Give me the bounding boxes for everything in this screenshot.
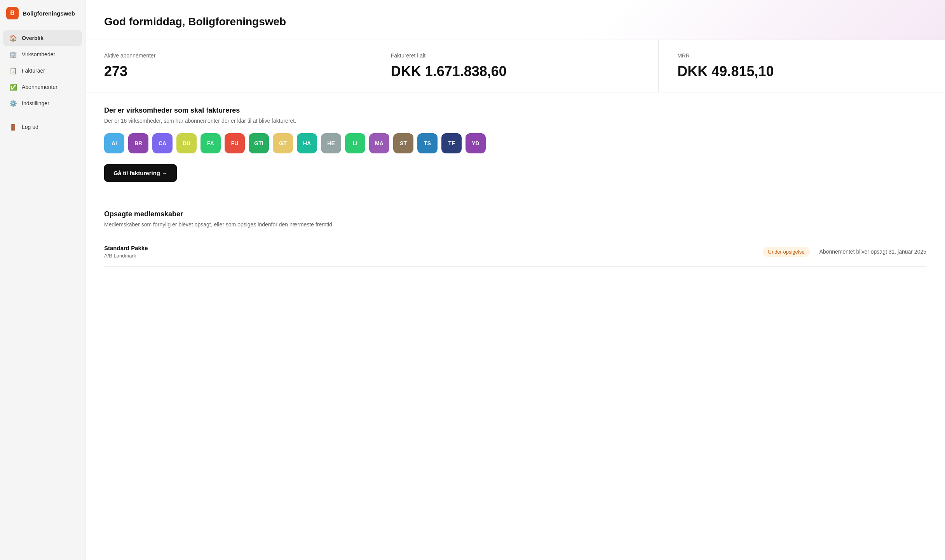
company-badge-he[interactable]: HE xyxy=(321,133,341,153)
cancelled-title: Opsagte medlemskaber xyxy=(104,210,926,218)
company-badge-gt[interactable]: GT xyxy=(273,133,293,153)
stat-mrr: MRR DKK 49.815,10 xyxy=(659,40,945,92)
company-badge-fu[interactable]: FU xyxy=(225,133,245,153)
sidebar-item-label-indstillinger: Indstillinger xyxy=(22,100,49,106)
header-section: God formiddag, Boligforeningsweb xyxy=(85,0,945,40)
overblik-icon: 🏠 xyxy=(9,34,17,42)
company-badge-ca[interactable]: CA xyxy=(152,133,173,153)
sidebar-item-overblik[interactable]: 🏠 Overblik xyxy=(3,30,82,46)
billing-title: Der er virksomheder som skal faktureres xyxy=(104,106,926,115)
membership-name: Standard Pakke xyxy=(104,245,753,251)
membership-row: Standard Pakke A/B Landmark Under opsige… xyxy=(104,237,926,267)
app-logo: B Boligforeningsweb xyxy=(0,0,85,26)
company-badge-ai[interactable]: AI xyxy=(104,133,124,153)
stat-label-1: Faktureret i alt xyxy=(391,52,640,59)
membership-org: A/B Landmark xyxy=(104,253,753,259)
fakturaer-icon: 📋 xyxy=(9,67,17,75)
status-badge: Under opsigelse xyxy=(763,247,810,257)
main-content: God formiddag, Boligforeningsweb Aktive … xyxy=(85,0,945,560)
sidebar: B Boligforeningsweb 🏠 Overblik 🏢 Virksom… xyxy=(0,0,85,560)
membership-date: Abonnementet bliver opsagt 31. januar 20… xyxy=(819,249,926,255)
go-to-billing-button[interactable]: Gå til fakturering → xyxy=(104,164,177,182)
stat-value-0: 273 xyxy=(104,63,353,80)
company-badge-du[interactable]: DU xyxy=(176,133,197,153)
sidebar-item-label-abonnementer: Abonnementer xyxy=(22,84,58,90)
sidebar-item-virksomheder[interactable]: 🏢 Virksomheder xyxy=(3,47,82,62)
cancelled-description: Medlemskaber som fornylig er blevet opsa… xyxy=(104,221,926,228)
app-name: Boligforeningsweb xyxy=(23,10,75,17)
sidebar-item-indstillinger[interactable]: ⚙️ Indstillinger xyxy=(3,96,82,111)
cancelled-section: Opsagte medlemskaber Medlemskaber som fo… xyxy=(85,196,945,281)
company-avatars: AIBRCADUFAFUGTIGTHAHELIMASTTSTFYD xyxy=(104,133,926,153)
stat-active-subscriptions: Aktive abonnementer 273 xyxy=(85,40,372,92)
stat-label-0: Aktive abonnementer xyxy=(104,52,353,59)
stat-label-2: MRR xyxy=(677,52,926,59)
stats-row: Aktive abonnementer 273 Faktureret i alt… xyxy=(85,40,945,92)
stat-value-1: DKK 1.671.838,60 xyxy=(391,63,640,80)
indstillinger-icon: ⚙️ xyxy=(9,99,17,107)
virksomheder-icon: 🏢 xyxy=(9,50,17,58)
page-greeting: God formiddag, Boligforeningsweb xyxy=(104,16,926,28)
company-badge-fa[interactable]: FA xyxy=(201,133,221,153)
sidebar-nav: 🏠 Overblik 🏢 Virksomheder 📋 Fakturaer ✅ … xyxy=(0,26,85,560)
memberships-list: Standard Pakke A/B Landmark Under opsige… xyxy=(104,237,926,267)
company-badge-tf[interactable]: TF xyxy=(441,133,462,153)
logout-label: Log ud xyxy=(22,124,38,130)
company-badge-ma[interactable]: MA xyxy=(369,133,389,153)
company-badge-gti[interactable]: GTI xyxy=(249,133,269,153)
sidebar-item-abonnementer[interactable]: ✅ Abonnementer xyxy=(3,79,82,95)
sidebar-item-fakturaer[interactable]: 📋 Fakturaer xyxy=(3,63,82,78)
billing-description: Der er 16 virksomheder, som har abonneme… xyxy=(104,118,926,124)
sidebar-item-label-virksomheder: Virksomheder xyxy=(22,51,55,57)
logo-icon: B xyxy=(6,7,19,19)
company-badge-st[interactable]: ST xyxy=(393,133,413,153)
sidebar-item-label-fakturaer: Fakturaer xyxy=(22,68,45,74)
billing-section: Der er virksomheder som skal faktureres … xyxy=(85,92,945,196)
logout-icon: 🚪 xyxy=(9,123,17,131)
company-badge-li[interactable]: LI xyxy=(345,133,365,153)
abonnementer-icon: ✅ xyxy=(9,83,17,91)
sidebar-item-label-overblik: Overblik xyxy=(22,35,44,41)
sidebar-divider xyxy=(6,115,79,115)
company-badge-ha[interactable]: HA xyxy=(297,133,317,153)
company-badge-ts[interactable]: TS xyxy=(417,133,438,153)
membership-info: Standard Pakke A/B Landmark xyxy=(104,245,753,259)
company-badge-br[interactable]: BR xyxy=(128,133,148,153)
stat-value-2: DKK 49.815,10 xyxy=(677,63,926,80)
logout-button[interactable]: 🚪 Log ud xyxy=(3,119,82,135)
stat-total-invoiced: Faktureret i alt DKK 1.671.838,60 xyxy=(372,40,659,92)
company-badge-yd[interactable]: YD xyxy=(466,133,486,153)
